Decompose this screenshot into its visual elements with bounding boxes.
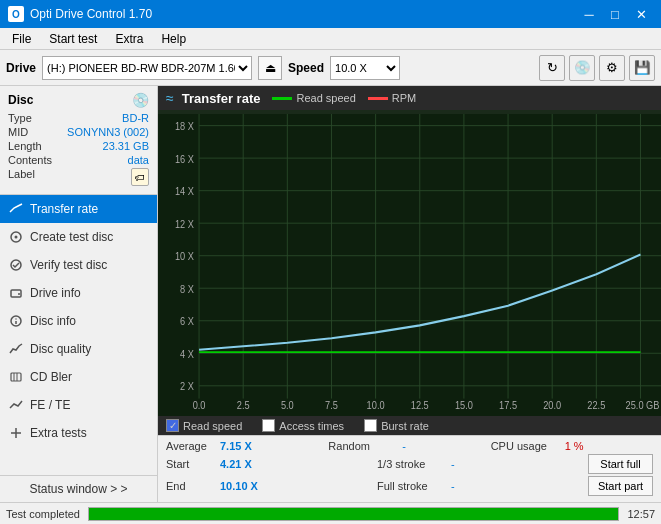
length-value: 23.31 GB: [103, 140, 149, 152]
start-group: Start 4.21 X: [166, 458, 377, 470]
drive-info-icon: [8, 285, 24, 301]
svg-point-1: [15, 236, 18, 239]
svg-text:25.0 GB: 25.0 GB: [626, 399, 660, 411]
status-window-button[interactable]: Status window > >: [0, 476, 157, 502]
drive-label: Drive: [6, 61, 36, 75]
burst-rate-check[interactable]: Burst rate: [364, 419, 429, 432]
nav-disc-info[interactable]: Disc info: [0, 307, 157, 335]
svg-point-6: [15, 318, 16, 319]
disc-quality-icon: [8, 341, 24, 357]
sidebar-nav: Transfer rate Create test disc Verify te…: [0, 195, 157, 475]
progress-bar: [88, 507, 619, 521]
read-speed-checkbox[interactable]: ✓: [166, 419, 179, 432]
label-icon-button[interactable]: 🏷: [131, 168, 149, 186]
content-area: ≈ Transfer rate Read speed RPM: [158, 86, 661, 502]
nav-verify-test-disc[interactable]: Verify test disc: [0, 251, 157, 279]
access-times-checkbox[interactable]: [262, 419, 275, 432]
nav-disc-quality[interactable]: Disc quality: [0, 335, 157, 363]
drive-select[interactable]: (H:) PIONEER BD-RW BDR-207M 1.60: [42, 56, 252, 80]
cpu-label: CPU usage: [491, 440, 561, 452]
stroke13-label: 1/3 stroke: [377, 458, 447, 470]
legend-read-color: [272, 97, 292, 100]
chart-icon: ≈: [166, 90, 174, 106]
full-stroke-group: Full stroke -: [377, 480, 588, 492]
save-button[interactable]: 💾: [629, 55, 655, 81]
average-group: Average 7.15 X: [166, 440, 328, 452]
nav-fe-te[interactable]: FE / TE: [0, 391, 157, 419]
burst-rate-check-label: Burst rate: [381, 420, 429, 432]
disc-label-row: Label 🏷: [8, 168, 149, 186]
svg-rect-8: [11, 373, 21, 381]
start-part-button[interactable]: Start part: [588, 476, 653, 496]
menu-help[interactable]: Help: [153, 30, 194, 48]
svg-text:4 X: 4 X: [180, 348, 194, 360]
settings-button[interactable]: ⚙: [599, 55, 625, 81]
refresh-button[interactable]: ↻: [539, 55, 565, 81]
random-value: -: [402, 440, 422, 452]
speed-select[interactable]: 10.0 X: [330, 56, 400, 80]
chart-svg: 18 X 16 X 14 X 12 X 10 X 8 X 6 X 4 X 2 X…: [158, 114, 661, 416]
start-label: Start: [166, 458, 216, 470]
chart-header: ≈ Transfer rate Read speed RPM: [158, 86, 661, 110]
svg-rect-13: [158, 114, 661, 416]
type-label: Type: [8, 112, 32, 124]
svg-text:0.0: 0.0: [193, 399, 206, 411]
end-label: End: [166, 480, 216, 492]
fe-te-icon: [8, 397, 24, 413]
svg-point-4: [18, 293, 20, 295]
burst-rate-checkbox[interactable]: [364, 419, 377, 432]
random-group: Random -: [328, 440, 490, 452]
nav-verify-test-disc-label: Verify test disc: [30, 258, 107, 272]
nav-transfer-rate[interactable]: Transfer rate: [0, 195, 157, 223]
nav-drive-info[interactable]: Drive info: [0, 279, 157, 307]
nav-fe-te-label: FE / TE: [30, 398, 70, 412]
access-times-check[interactable]: Access times: [262, 419, 344, 432]
nav-create-test-disc[interactable]: Create test disc: [0, 223, 157, 251]
svg-text:17.5: 17.5: [499, 399, 517, 411]
disc-panel-title: Disc: [8, 93, 33, 107]
menu-start-test[interactable]: Start test: [41, 30, 105, 48]
svg-text:16 X: 16 X: [175, 153, 194, 165]
contents-value: data: [128, 154, 149, 166]
disc-type-row: Type BD-R: [8, 112, 149, 124]
menu-extra[interactable]: Extra: [107, 30, 151, 48]
title-bar-controls: ─ □ ✕: [577, 4, 653, 24]
progress-bar-fill: [89, 508, 618, 520]
svg-text:20.0: 20.0: [543, 399, 561, 411]
status-text: Test completed: [6, 508, 80, 520]
nav-drive-info-label: Drive info: [30, 286, 81, 300]
disc-button[interactable]: 💿: [569, 55, 595, 81]
minimize-button[interactable]: ─: [577, 4, 601, 24]
read-speed-check[interactable]: ✓ Read speed: [166, 419, 242, 432]
nav-transfer-rate-label: Transfer rate: [30, 202, 98, 216]
label-label: Label: [8, 168, 35, 186]
chart-area: 18 X 16 X 14 X 12 X 10 X 8 X 6 X 4 X 2 X…: [158, 110, 661, 416]
legend-rpm: RPM: [368, 92, 416, 104]
length-label: Length: [8, 140, 42, 152]
close-button[interactable]: ✕: [629, 4, 653, 24]
full-stroke-label: Full stroke: [377, 480, 447, 492]
mid-label: MID: [8, 126, 28, 138]
svg-text:12 X: 12 X: [175, 218, 194, 230]
toolbar: Drive (H:) PIONEER BD-RW BDR-207M 1.60 ⏏…: [0, 50, 661, 86]
maximize-button[interactable]: □: [603, 4, 627, 24]
nav-extra-tests-label: Extra tests: [30, 426, 87, 440]
stats-row-2: Start 4.21 X 1/3 stroke - Start full: [166, 454, 653, 474]
nav-cd-bler[interactable]: CD Bler: [0, 363, 157, 391]
cpu-value: 1 %: [565, 440, 595, 452]
toolbar-icons: ↻ 💿 ⚙ 💾: [539, 55, 655, 81]
start-value: 4.21 X: [220, 458, 270, 470]
create-test-disc-icon: [8, 229, 24, 245]
stats-row-1: Average 7.15 X Random - CPU usage 1 %: [166, 440, 653, 452]
read-speed-check-label: Read speed: [183, 420, 242, 432]
legend-read-speed: Read speed: [272, 92, 355, 104]
main-area: Disc 💿 Type BD-R MID SONYNN3 (002) Lengt…: [0, 86, 661, 502]
nav-disc-quality-label: Disc quality: [30, 342, 91, 356]
menu-file[interactable]: File: [4, 30, 39, 48]
svg-text:22.5: 22.5: [587, 399, 605, 411]
mid-value: SONYNN3 (002): [67, 126, 149, 138]
nav-extra-tests[interactable]: Extra tests: [0, 419, 157, 447]
svg-text:5.0: 5.0: [281, 399, 294, 411]
eject-button[interactable]: ⏏: [258, 56, 282, 80]
start-full-button[interactable]: Start full: [588, 454, 653, 474]
